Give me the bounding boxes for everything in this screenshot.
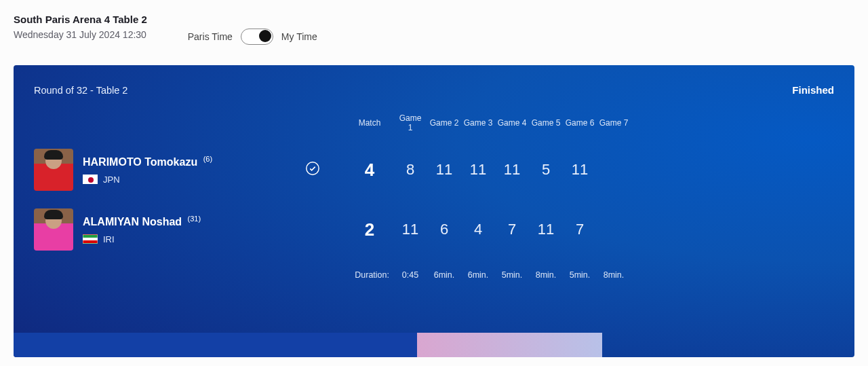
- round-label: Round of 32 - Table 2: [34, 85, 127, 96]
- col-game4: Game 4: [495, 118, 529, 128]
- player-country-1: JPN: [83, 175, 212, 185]
- avatar-1: [34, 149, 73, 191]
- col-game7: Game 7: [597, 118, 631, 128]
- my-time-label: My Time: [281, 31, 317, 42]
- player-seed-1: (6): [203, 155, 212, 163]
- avatar-2: [34, 208, 73, 251]
- col-game2: Game 2: [427, 118, 461, 128]
- player-seed-2: (31): [188, 215, 201, 223]
- player-country-code-1: JPN: [103, 175, 120, 185]
- col-game6: Game 6: [563, 118, 597, 128]
- duration-label: Duration:: [346, 270, 393, 280]
- player-row-1: HARIMOTO Tomokazu (6) JPN 4 8 11 11 11 5…: [34, 140, 854, 200]
- p1-g5: 5: [529, 161, 563, 179]
- p2-g5: 11: [529, 221, 563, 238]
- dur-g1: 6min.: [427, 270, 461, 280]
- p1-g1: 8: [393, 161, 427, 179]
- score-header-row: Match Game 1 Game 2 Game 3 Game 4 Game 5…: [34, 106, 854, 140]
- decorative-bottom-bar: [14, 333, 854, 357]
- p2-g2: 6: [427, 221, 461, 238]
- p1-g4: 11: [495, 161, 529, 179]
- card-top-row: Round of 32 - Table 2 Finished: [14, 65, 854, 96]
- score-card: Round of 32 - Table 2 Finished Match Gam…: [14, 65, 854, 357]
- p2-g4: 7: [495, 221, 529, 238]
- dur-total: 0:45: [393, 270, 427, 280]
- p2-g3: 4: [461, 221, 495, 238]
- paris-time-label: Paris Time: [188, 31, 233, 42]
- dur-g2: 6min.: [461, 270, 495, 280]
- player-info-2: ALAMIYAN Noshad (31) IRI: [83, 215, 201, 244]
- dur-g4: 8min.: [529, 270, 563, 280]
- dur-g5: 5min.: [563, 270, 597, 280]
- page-header: South Paris Arena 4 Table 2 Wednesday 31…: [14, 14, 854, 45]
- svg-point-0: [307, 162, 319, 175]
- player-name-2: ALAMIYAN Noshad (31): [83, 215, 201, 228]
- player-cell-1[interactable]: HARIMOTO Tomokazu (6) JPN: [34, 149, 305, 191]
- venue-date: Wednesday 31 July 2024 12:30: [14, 29, 147, 40]
- player-info-1: HARIMOTO Tomokazu (6) JPN: [83, 155, 212, 184]
- score-area: Match Game 1 Game 2 Game 3 Game 4 Game 5…: [14, 106, 854, 291]
- match-score-2: 2: [346, 219, 393, 240]
- player-name-text-1: HARIMOTO Tomokazu: [83, 157, 197, 168]
- p2-g6: 7: [563, 221, 597, 238]
- flag-iri-icon: [83, 234, 98, 244]
- p1-g3: 11: [461, 161, 495, 179]
- time-toggle[interactable]: [241, 29, 273, 45]
- venue-block: South Paris Arena 4 Table 2 Wednesday 31…: [14, 14, 147, 40]
- time-toggle-row: Paris Time My Time: [188, 14, 317, 45]
- p1-g6: 11: [563, 161, 597, 179]
- col-game1: Game 1: [393, 113, 427, 133]
- col-match: Match: [346, 118, 393, 128]
- toggle-knob: [259, 30, 271, 42]
- dur-g3: 5min.: [495, 270, 529, 280]
- col-game3: Game 3: [461, 118, 495, 128]
- duration-row: Duration: 0:45 6min. 6min. 5min. 8min. 5…: [34, 259, 854, 291]
- player-name-1: HARIMOTO Tomokazu (6): [83, 155, 212, 168]
- p1-g2: 11: [427, 161, 461, 179]
- player-country-code-2: IRI: [103, 234, 115, 244]
- dur-g6: 8min.: [597, 270, 631, 280]
- player-country-2: IRI: [83, 234, 201, 244]
- match-score-1: 4: [346, 160, 393, 181]
- check-circle-icon: [305, 161, 320, 176]
- player-cell-2[interactable]: ALAMIYAN Noshad (31) IRI: [34, 208, 305, 251]
- status-label: Finished: [792, 84, 834, 96]
- player-row-2: ALAMIYAN Noshad (31) IRI 2 11 6 4 7 11 7: [34, 200, 854, 259]
- winner-indicator-1: [305, 161, 346, 179]
- player-name-text-2: ALAMIYAN Noshad: [83, 217, 182, 228]
- flag-jpn-icon: [83, 175, 98, 184]
- col-game5: Game 5: [529, 118, 563, 128]
- p2-g1: 11: [393, 221, 427, 238]
- venue-title: South Paris Arena 4 Table 2: [14, 14, 147, 25]
